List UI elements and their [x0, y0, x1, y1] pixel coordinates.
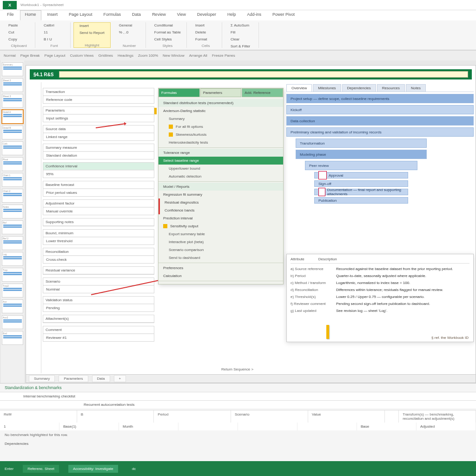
thumbnail[interactable]: Detail B	[2, 126, 23, 139]
thumbnail[interactable]: Ref	[2, 220, 23, 234]
ribbon-button[interactable]: Clear	[229, 36, 255, 42]
field-group[interactable]: Bound, minimumLower threshold	[43, 229, 154, 245]
task-bar[interactable]: Modeling phase	[296, 150, 427, 159]
grid-cell[interactable]: Base	[357, 423, 416, 430]
ribbon-button[interactable]: Cell Styles	[152, 36, 183, 42]
task-bar[interactable]: Project setup — define scope, collect ba…	[286, 94, 474, 103]
thumbnail[interactable]: Chart 2	[2, 189, 23, 203]
menu-item[interactable]: Regression fit summary	[159, 191, 283, 198]
menu-tab[interactable]: Add. Reference	[242, 88, 283, 97]
ribbon-tab-data[interactable]: Data	[127, 10, 146, 20]
menu-item[interactable]: Calculation	[159, 272, 283, 280]
ribbon-tab-power-pivot[interactable]: Power Pivot	[267, 10, 300, 20]
task-tab[interactable]: Milestones	[313, 84, 341, 92]
field-group[interactable]: Baseline forecastPrior period values	[43, 181, 154, 197]
grid-header[interactable]: Ref#	[0, 410, 77, 423]
task-tab[interactable]: Overview	[286, 84, 312, 92]
menu-item[interactable]: Automatic detection	[159, 172, 283, 180]
view-option[interactable]: New Window	[163, 53, 185, 58]
field-group[interactable]: Supporting notes	[43, 218, 154, 226]
menu-item[interactable]: Scenario comparison	[159, 246, 283, 254]
grid-header[interactable]	[385, 410, 399, 423]
task-bar[interactable]: Sign-off	[314, 180, 408, 187]
menu-item[interactable]: Send to dashboard	[159, 254, 283, 262]
view-option[interactable]: Normal	[4, 53, 16, 58]
view-option[interactable]: Page Layout	[45, 53, 66, 58]
grid-cell[interactable]: Base(1)	[60, 423, 119, 430]
thumbnail[interactable]: Notes	[2, 205, 23, 218]
grid-cell[interactable]	[178, 423, 238, 430]
field-group[interactable]: Residual variance	[43, 266, 154, 275]
grid-cell[interactable]	[238, 423, 298, 430]
field-group[interactable]: CommentReviewer #1	[43, 326, 154, 342]
task-tab[interactable]: Dependencies	[342, 84, 376, 92]
ribbon-tab-add-ins[interactable]: Add-ins	[242, 10, 267, 20]
view-option[interactable]: Arrange All	[189, 53, 207, 58]
grid-cell[interactable]: Month	[119, 423, 178, 430]
thumbnail[interactable]: Aux	[2, 299, 23, 313]
ribbon-button[interactable]: 11	[42, 29, 66, 35]
menu-item[interactable]: Residual diagnostics	[159, 198, 283, 206]
task-bar[interactable]: Peer review	[305, 161, 417, 170]
view-option[interactable]: Page Break	[20, 53, 40, 58]
field-group[interactable]: ScenarioNominal	[43, 278, 154, 293]
task-bar[interactable]: Data collection	[286, 116, 474, 126]
sheet-tab[interactable]: Summary	[29, 375, 55, 382]
thumbnail[interactable]: Sheet 3	[2, 94, 23, 108]
ribbon-tab-developer[interactable]: Developer	[192, 10, 221, 20]
ribbon-button[interactable]: Format as Table	[152, 29, 183, 35]
field-group[interactable]: Confidence interval95%	[43, 162, 154, 178]
ribbon-button[interactable]: Copy	[7, 36, 31, 42]
task-bar[interactable]: Transformation	[296, 139, 427, 148]
ribbon-button[interactable]: Paste	[7, 22, 31, 28]
thumbnail[interactable]: End	[2, 331, 23, 345]
view-option[interactable]: Zoom 100%	[138, 53, 158, 58]
status-sheet[interactable]: Referenc. Sheet	[23, 465, 59, 473]
menu-item[interactable]: Interactive plot (beta)	[159, 238, 283, 246]
ribbon-tab-home[interactable]: Home	[20, 10, 41, 20]
ribbon-button[interactable]: B I U	[42, 36, 66, 42]
thumbnail[interactable]: Summary	[2, 62, 23, 76]
ribbon-button[interactable]: Σ AutoSum	[229, 22, 255, 28]
view-option[interactable]: Headings	[118, 53, 133, 58]
ribbon-tab-insert[interactable]: Insert	[42, 10, 63, 20]
task-bar[interactable]: Preliminary cleaning and validation of i…	[286, 127, 474, 137]
ribbon-tab-help[interactable]: Help	[222, 10, 241, 20]
view-option[interactable]: Custom Views	[70, 53, 94, 58]
thumbnail[interactable]: Ref 2	[2, 236, 23, 250]
ribbon-button[interactable]: Format	[193, 36, 218, 42]
grid-cell[interactable]: Adjusted	[416, 423, 476, 430]
thumbnail[interactable]: Log	[2, 252, 23, 266]
lower-tab2[interactable]: Dependencies	[0, 439, 476, 448]
task-tab[interactable]: Notes	[406, 84, 426, 92]
ribbon-button[interactable]: Insert	[78, 23, 106, 29]
field-group[interactable]: TransactionReference code	[43, 88, 154, 104]
ribbon-button[interactable]: Fill	[229, 29, 255, 35]
thumbnail[interactable]: Aux2	[2, 315, 23, 329]
ribbon-tab-view[interactable]: View	[172, 10, 191, 20]
grid-header[interactable]: Period	[154, 410, 231, 423]
field-group[interactable]: Validation statusPending	[43, 296, 154, 312]
thumbnail[interactable]: Chart 1	[2, 173, 23, 187]
thumbnail[interactable]: Tmp2	[2, 284, 23, 298]
thumbnail[interactable]: Pivot	[2, 157, 23, 171]
menu-item[interactable]: Select baseline range	[159, 157, 283, 165]
grid-header[interactable]: B	[77, 410, 154, 423]
view-option[interactable]: Gridlines	[99, 53, 113, 58]
ribbon-button[interactable]: Send to Report	[78, 30, 106, 36]
field-group[interactable]: Summary measureStandard deviation	[43, 144, 154, 159]
ribbon-tab-formulas[interactable]: Formulas	[99, 10, 126, 20]
menu-item[interactable]: Sensitivity output	[159, 222, 283, 230]
ribbon-button[interactable]: Calibri	[42, 22, 66, 28]
field-group[interactable]: Attachment(s)	[43, 315, 154, 323]
menu-item[interactable]: Prediction interval	[159, 214, 283, 222]
ribbon-button[interactable]: % , .0	[117, 29, 142, 35]
ribbon-button[interactable]: Sort & Filter	[229, 43, 255, 49]
ribbon-tab-file[interactable]: File	[2, 10, 19, 20]
grid-header[interactable]: Value	[308, 410, 385, 423]
ribbon-tab-review[interactable]: Review	[147, 10, 171, 20]
grid-header[interactable]: Transform(s) — benchmarking, reconcilati…	[399, 410, 476, 423]
grid-cell[interactable]: 1	[0, 423, 60, 430]
view-option[interactable]: Freeze Panes	[212, 53, 235, 58]
ribbon-button[interactable]: Insert	[193, 22, 218, 28]
